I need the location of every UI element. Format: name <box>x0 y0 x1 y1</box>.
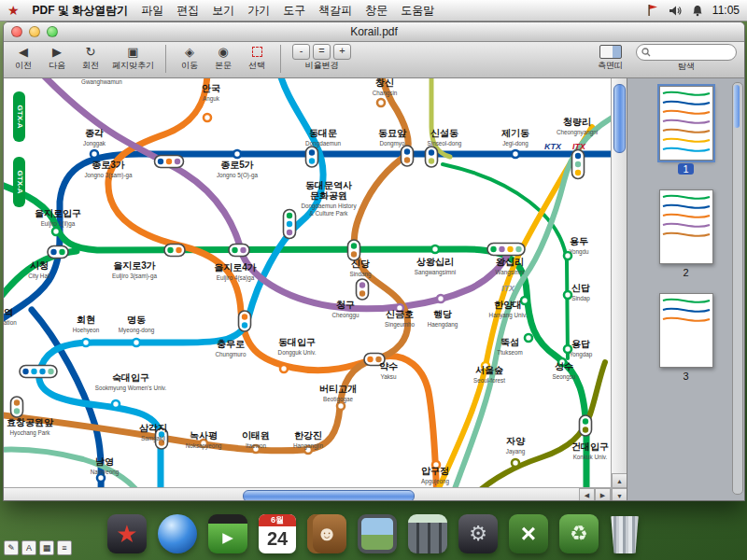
zoom-in-button[interactable]: + <box>333 44 351 60</box>
station-name-ko: 동대문역사 <box>305 180 352 190</box>
line-dot <box>176 247 181 253</box>
minimize-button[interactable] <box>29 26 40 37</box>
dock-icon-calculator[interactable] <box>408 514 447 553</box>
dock-icon-trash[interactable] <box>610 516 640 553</box>
select-icon <box>252 44 262 60</box>
sidebar-scroll-thumb[interactable] <box>734 85 740 128</box>
station-name-ko: 충무로 <box>217 339 245 349</box>
menu-item[interactable]: 도구 <box>283 3 305 19</box>
menu-item[interactable]: 가기 <box>247 3 270 19</box>
corner-widget-icon[interactable]: ▦ <box>39 540 54 555</box>
thumbnail-image <box>659 189 713 264</box>
sidebar-scrollbar[interactable] <box>732 82 743 495</box>
page-thumbnail-2[interactable]: 2 <box>659 189 713 278</box>
station-name-ko: 뚝섬 <box>500 337 519 347</box>
station-marker <box>337 402 345 410</box>
interchange-marker <box>239 311 251 331</box>
flag-icon[interactable] <box>647 4 659 17</box>
station-name-en: Anguk <box>203 95 220 103</box>
menu-item[interactable]: 보기 <box>212 3 234 19</box>
next-button[interactable]: ▶ 다음 <box>45 44 69 72</box>
close-button[interactable] <box>11 26 22 37</box>
dock-icon-address-book[interactable] <box>307 514 346 553</box>
fit-page-button[interactable]: ▣ 페지맞추기 <box>112 44 154 72</box>
station-name-ko: 신설동 <box>430 128 458 138</box>
select-tool-button[interactable]: 선택 <box>245 44 269 72</box>
corner-widget-icon[interactable]: ≡ <box>57 540 72 555</box>
line-dot <box>287 230 292 235</box>
station-name-en: Hanyang Univ. <box>489 312 528 319</box>
menu-item[interactable]: 파일 <box>141 3 163 19</box>
fit-page-icon: ▣ <box>127 44 138 60</box>
interchange-marker <box>580 415 592 436</box>
dock-icon-utility-app[interactable] <box>458 514 498 553</box>
station-name-en: Jongno 3(sam)-ga <box>84 172 133 179</box>
thumbnail-sidebar: 123 <box>627 78 744 501</box>
search-icon <box>641 48 651 57</box>
line-dot <box>583 418 588 424</box>
dock-icon-photo-viewer[interactable] <box>358 514 397 553</box>
zoom-label: 비율변경 <box>305 60 339 72</box>
station-name-ko: 건대입구 <box>571 441 609 452</box>
menu-item[interactable]: 책갈피 <box>318 3 352 19</box>
window-controls <box>11 26 58 37</box>
menu-item[interactable]: 도움말 <box>401 3 434 19</box>
address-book-icon <box>307 514 346 553</box>
menu-app-name[interactable]: PDF 및 화상열람기 <box>33 3 129 19</box>
zoom-actual-button[interactable]: = <box>313 44 331 60</box>
apple-star-logo[interactable]: ★ <box>7 4 20 17</box>
station-name-en: Dongdaemun History <box>301 203 357 210</box>
zoom-out-button[interactable]: - <box>292 44 310 60</box>
toolbar: ◀ 이전 ▶ 다음 ↻ 회전 ▣ 페지맞추기 ◈ 이동 ◉ 본문 <box>4 42 744 78</box>
dock-items: 6월24 <box>107 514 640 553</box>
previous-button[interactable]: ◀ 이전 <box>11 44 35 72</box>
station-marker <box>525 334 532 342</box>
station-name-ko: 약수 <box>379 361 398 371</box>
line-dot <box>287 221 292 227</box>
thumbnail-list: 123 <box>659 86 713 382</box>
menubar-items: 파일편집보기가기도구책갈피창문도움말 <box>141 3 434 19</box>
station-name-en: Hoehyeon <box>73 327 100 334</box>
page-thumbnail-3[interactable]: 3 <box>659 293 713 382</box>
station-marker <box>233 150 241 158</box>
zoom-button[interactable] <box>47 26 58 37</box>
scroll-up-arrow[interactable]: ▲ <box>612 473 627 488</box>
speaker-icon[interactable] <box>669 5 683 17</box>
corner-widget-icon[interactable]: A <box>21 540 36 555</box>
line-dot <box>242 322 247 328</box>
window-title: Korail.pdf <box>350 25 398 38</box>
station-name-ko: 왕십리 <box>496 257 524 267</box>
page-thumbnail-1[interactable]: 1 <box>659 86 713 175</box>
vertical-scrollbar[interactable]: ▲ ▼ <box>611 78 627 501</box>
page-number: 3 <box>678 371 693 382</box>
menu-item[interactable]: 편집 <box>176 3 199 19</box>
titlebar[interactable]: Korail.pdf <box>4 22 744 42</box>
menu-clock[interactable]: 11:05 <box>712 4 740 17</box>
line-dot <box>351 243 357 248</box>
pdf-page-view[interactable]: GTX-AGTX-A광화문Gwanghwamun안국Anguk창신Changsi… <box>4 78 611 501</box>
search-input[interactable] <box>655 47 724 59</box>
dock-icon-app-star[interactable] <box>107 514 147 553</box>
side-panel-button[interactable]: 측면띠 <box>598 44 623 72</box>
station-name-en: Cheongnyangni <box>557 129 598 136</box>
move-tool-button[interactable]: ◈ 이동 <box>177 44 202 72</box>
station-marker <box>377 99 385 106</box>
corner-widget-icon[interactable]: ✎ <box>4 540 19 555</box>
text-tool-button[interactable]: ◉ 본문 <box>211 44 235 72</box>
side-panel-icon <box>599 44 622 60</box>
dock-icon-system-tools[interactable] <box>509 514 548 553</box>
vertical-scroll-thumb[interactable] <box>613 84 626 153</box>
station-name-en: Yongdu <box>569 248 589 256</box>
bell-icon[interactable] <box>692 5 703 17</box>
dock-icon-web-browser[interactable] <box>158 514 197 553</box>
rotate-button[interactable]: ↻ 회전 <box>78 44 103 72</box>
search-field[interactable] <box>636 44 737 61</box>
dock-icon-media-player[interactable] <box>208 514 247 553</box>
dock-icon-calendar[interactable]: 6월24 <box>259 514 296 553</box>
menu-item[interactable]: 창문 <box>365 3 388 19</box>
station-marker <box>97 474 105 482</box>
select-label: 선택 <box>248 60 265 72</box>
station-name-en: Jongno 5(O)-ga <box>217 172 259 179</box>
station-name-en: Gwanghwamun <box>81 78 122 86</box>
dock-icon-recycle-bin[interactable] <box>559 514 599 553</box>
